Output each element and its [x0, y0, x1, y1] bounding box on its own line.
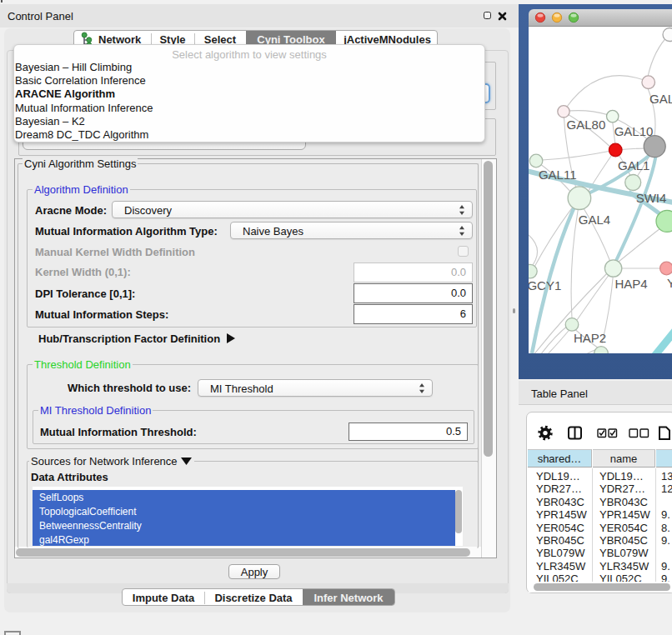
svg-text:Y: Y: [667, 276, 672, 290]
svg-text:GAL10: GAL10: [614, 124, 654, 138]
svg-text:HAP2: HAP2: [574, 331, 606, 345]
svg-text:GAL: GAL: [649, 92, 672, 106]
svg-text:GCY1: GCY1: [529, 278, 561, 292]
svg-text:SWI4: SWI4: [636, 191, 667, 205]
svg-text:GAL80: GAL80: [567, 118, 606, 132]
svg-text:GAL1: GAL1: [618, 158, 649, 172]
svg-text:GAL4: GAL4: [579, 212, 610, 227]
svg-text:HAP4: HAP4: [615, 277, 648, 291]
svg-text:GAL11: GAL11: [539, 168, 577, 182]
